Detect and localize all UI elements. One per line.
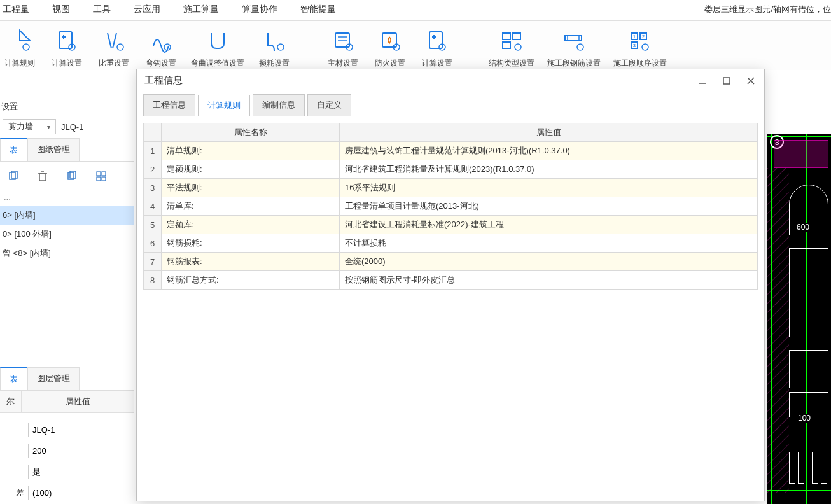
bend-adj-icon [204,27,231,54]
wall-type-dropdown[interactable]: 剪力墙 ▾ [3,119,56,134]
table-row[interactable]: 5定额库:河北省建设工程消耗量标准(2022)-建筑工程 [144,216,758,234]
svg-point-26 [577,44,583,50]
ribbon-calc-config[interactable]: 计算设置 [420,27,454,69]
th-attr-name: 属性名称 [162,123,340,142]
menu-qty-collab[interactable]: 算量协作 [239,4,280,15]
menu-engineering-qty[interactable]: 工程量 [0,4,32,15]
cell-attr-value[interactable]: 16系平法规则 [340,179,758,197]
left-panel: 设置 剪力墙 ▾ JLQ-1 表 图纸管理 ... 6> [内墙] 0> [10… [0,99,134,504]
calc-cfg-icon [424,27,450,54]
ribbon-main-material[interactable]: 主材设置 [326,27,360,69]
prop-header-value: 属性值 [22,391,134,412]
table-row[interactable]: 7钢筋报表:全统(2000) [144,253,758,271]
table-row[interactable]: 3平法规则:16系平法规则 [144,179,758,197]
table-row[interactable]: 2定额规则:河北省建筑工程消耗量及计算规则(2023)(R1.0.37.0) [144,160,758,179]
svg-point-8 [277,44,284,50]
dlg-tab-calc-rules[interactable]: 计算规则 [198,95,250,116]
close-button[interactable] [745,75,757,87]
ribbon-calc-rules[interactable]: 计算规则 [3,27,37,69]
drawing-canvas[interactable]: 3 600 100 [767,134,831,504]
svg-rect-44 [102,177,106,181]
loss-icon [261,27,288,54]
ribbon-label: 主材设置 [328,58,358,69]
paste-icon[interactable] [66,171,78,182]
prop-row [0,461,134,482]
menu-cloud-app[interactable]: 云应用 [131,4,163,15]
ribbon-toolbar: 计算规则 计算设置 比重设置 弯钩设置 弯曲调整值设置 损耗设置 主材 [0,21,831,70]
minimize-button[interactable] [697,75,708,87]
row-number: 4 [144,197,162,216]
svg-text:2: 2 [642,34,645,39]
svg-text:3: 3 [633,43,636,48]
wall-code-label: JLQ-1 [61,122,83,132]
dlg-tab-project-info[interactable]: 工程信息 [143,94,195,116]
cell-attr-value[interactable]: 按照钢筋图示尺寸-即外皮汇总 [340,271,758,290]
prop-input-name[interactable] [28,423,123,437]
ribbon-calc-settings[interactable]: 计算设置 [50,27,84,69]
table-row[interactable]: 8钢筋汇总方式:按照钢筋图示尺寸-即外皮汇总 [144,271,758,290]
fire-icon [377,27,403,54]
ribbon-label: 施工段钢筋设置 [547,58,601,69]
table-row[interactable]: 1清单规则:房屋建筑与装饰工程计量规范计算规则(2013-河北)(R1.0.37… [144,142,758,160]
cell-attr-value[interactable]: 河北省建筑工程消耗量及计算规则(2023)(R1.0.37.0) [340,160,758,179]
ribbon-label: 施工段顺序设置 [613,58,667,69]
ribbon-struct-type[interactable]: 结构类型设置 [489,27,534,69]
svg-rect-50 [767,168,789,493]
row-number: 5 [144,216,162,234]
cell-attr-value[interactable]: 不计算损耗 [340,234,758,253]
wall-type-value: 剪力墙 [8,121,33,132]
maximize-button[interactable] [721,75,732,87]
copy-icon[interactable] [8,171,19,182]
component-tree: 6> [内墙] 0> [100 外墙] 曾 <8> [内墙] [0,203,134,265]
cell-attr-value[interactable]: 河北省建设工程消耗量标准(2022)-建筑工程 [340,216,758,234]
tab-layer-mgmt[interactable]: 图层管理 [27,367,80,390]
ribbon-label: 结构类型设置 [489,58,534,69]
rules-icon [6,27,33,54]
dlg-tab-compile-info[interactable]: 编制信息 [253,94,305,116]
tab-properties[interactable]: 表 [0,367,27,390]
ribbon-label: 弯曲调整值设置 [191,58,244,69]
ribbon-loss-settings[interactable]: 损耗设置 [257,27,291,69]
delete-icon[interactable] [37,171,48,182]
chevron-down-icon: ▾ [47,123,50,130]
ribbon-bend-adj[interactable]: 弯曲调整值设置 [191,27,244,69]
cell-attr-value[interactable]: 房屋建筑与装饰工程计量规范计算规则(2013-河北)(R1.0.37.0) [340,142,758,160]
ribbon-phase-rebar[interactable]: 施工段钢筋设置 [547,27,601,69]
ribbon-fire-settings[interactable]: 防火设置 [373,27,407,69]
tab-drawing-management[interactable]: 图纸管理 [27,138,80,161]
tab-component-list[interactable]: 表 [0,138,27,161]
menu-tools[interactable]: 工具 [90,4,113,15]
menu-smart-extract[interactable]: 智能提量 [298,4,339,15]
prop-input-thickness[interactable] [28,444,123,458]
grid-icon[interactable] [95,171,107,182]
row-number: 8 [144,271,162,290]
cell-attr-value[interactable]: 全统(2000) [340,253,758,271]
row-number: 2 [144,160,162,179]
table-row[interactable]: 4清单库:工程量清单项目计量规范(2013-河北) [144,197,758,216]
ribbon-label: 防火设置 [375,58,405,69]
cell-attr-name: 钢筋汇总方式: [162,271,340,290]
svg-rect-2 [59,32,72,48]
menu-view[interactable]: 视图 [50,4,73,15]
prop-input-offset[interactable] [28,486,123,500]
svg-rect-21 [503,42,510,48]
ribbon-phase-order[interactable]: 123 施工段顺序设置 [613,27,667,69]
tree-item[interactable]: 0> [100 外墙] [0,225,134,244]
svg-point-1 [23,44,29,50]
search-placeholder[interactable]: ... [0,191,134,203]
menu-construction-qty[interactable]: 施工算量 [181,4,221,15]
table-row[interactable]: 6钢筋损耗:不计算损耗 [144,234,758,253]
tree-item[interactable]: 6> [内墙] [0,206,134,225]
ribbon-label: 弯钩设置 [146,58,176,69]
ribbon-ratio-settings[interactable]: 比重设置 [97,27,131,69]
ribbon-bend-settings[interactable]: 弯钩设置 [144,27,178,69]
prop-input-bool[interactable] [28,465,123,479]
calc-settings-icon [53,27,80,54]
tree-item[interactable]: 曾 <8> [内墙] [0,244,134,263]
cell-attr-name: 定额规则: [162,160,340,179]
bend-icon [148,27,174,54]
svg-marker-0 [20,31,30,41]
cell-attr-value[interactable]: 工程量清单项目计量规范(2013-河北) [340,197,758,216]
dlg-tab-custom[interactable]: 自定义 [307,94,351,116]
main-mat-icon [330,27,356,54]
